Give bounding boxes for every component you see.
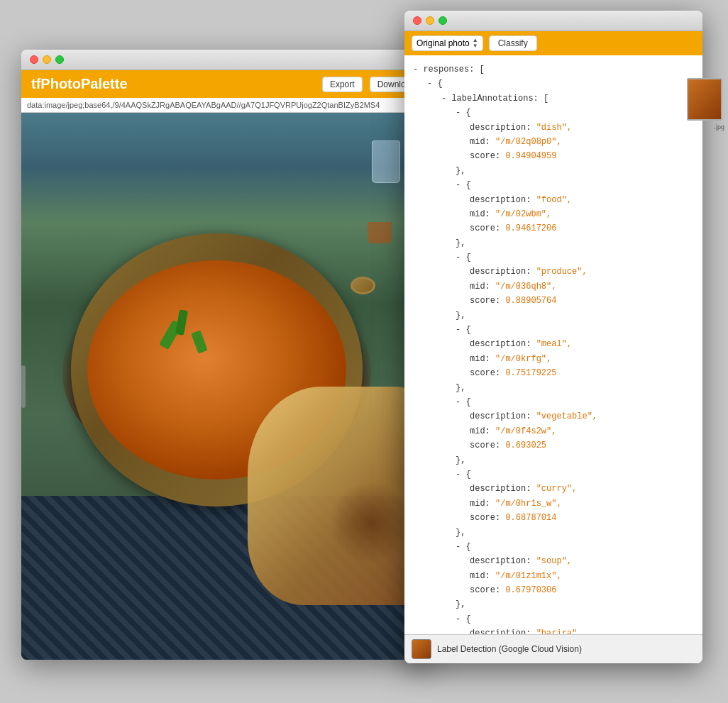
classify-button[interactable]: Classify: [489, 35, 537, 51]
app-header: tfPhotoPalette Export Download: [21, 70, 433, 98]
bowl-handle: [351, 277, 375, 294]
json-line: - {: [413, 467, 694, 482]
json-line: },: [413, 164, 694, 178]
json-line: },: [413, 526, 694, 540]
json-line: score: 0.94617206: [413, 221, 694, 236]
status-thumbnail: [412, 639, 431, 659]
json-line: score: 0.68787014: [413, 511, 694, 525]
json-line: score: 0.693025: [413, 438, 694, 453]
json-line: description: "harira",: [413, 626, 694, 634]
json-line: - {: [413, 395, 694, 409]
json-window: Original photo ▲ ▼ Classify - responses:…: [404, 11, 702, 663]
json-toolbar: Original photo ▲ ▼ Classify: [404, 31, 702, 55]
photo-select-label: Original photo: [417, 38, 470, 48]
json-line: mid: "/m/01z1m1x",: [413, 569, 694, 583]
glass-liquid: [368, 222, 392, 243]
json-line: description: "meal",: [413, 337, 694, 351]
glass: [372, 140, 400, 183]
json-line: mid: "/m/0f4s2w",: [413, 424, 694, 438]
json-line: mid: "/m/0hr1s_w",: [413, 497, 694, 511]
json-line: - responses: [: [413, 62, 694, 77]
json-titlebar: [404, 11, 702, 31]
side-thumbnail: [687, 78, 722, 121]
close-button[interactable]: [30, 55, 38, 64]
json-line: - {: [413, 540, 694, 554]
json-maximize-button[interactable]: [439, 16, 447, 25]
app-title: tfPhotoPalette: [31, 76, 315, 92]
json-statusbar: Label Detection (Google Cloud Vision): [404, 634, 702, 663]
main-image-area: [21, 113, 433, 660]
json-line: },: [413, 597, 694, 611]
export-button[interactable]: Export: [322, 77, 363, 92]
json-line: - {: [413, 612, 694, 626]
main-window: tfPhotoPalette Export Download data:imag…: [21, 50, 433, 660]
food-image: [21, 113, 433, 660]
json-line: score: 0.75179225: [413, 366, 694, 380]
json-line: },: [413, 309, 694, 323]
json-line: description: "dish",: [413, 121, 694, 135]
json-minimize-button[interactable]: [426, 16, 434, 25]
status-label: Label Detection (Google Cloud Vision): [437, 644, 582, 654]
json-line: mid: "/m/0krfg",: [413, 352, 694, 366]
json-line: mid: "/m/02q08p0",: [413, 135, 694, 149]
json-close-button[interactable]: [413, 16, 421, 25]
json-line: description: "soup",: [413, 554, 694, 568]
json-line: },: [413, 453, 694, 467]
json-line: score: 0.67970306: [413, 583, 694, 597]
json-line: - {: [413, 178, 694, 192]
json-line: - {: [413, 323, 694, 337]
maximize-button[interactable]: [55, 55, 64, 64]
json-line: mid: "/m/02wbm",: [413, 207, 694, 221]
json-line: description: "curry",: [413, 482, 694, 496]
main-titlebar: [21, 50, 433, 70]
json-line: - {: [413, 77, 694, 91]
minimize-button[interactable]: [43, 55, 51, 64]
json-line: description: "food",: [413, 193, 694, 207]
naan-spot-1: [330, 468, 412, 577]
json-line: },: [413, 236, 694, 250]
json-line: },: [413, 381, 694, 395]
json-line: score: 0.94904959: [413, 149, 694, 163]
json-line: description: "vegetable",: [413, 409, 694, 424]
dropdown-arrows: ▲ ▼: [473, 38, 478, 49]
json-line: mid: "/m/036qh8",: [413, 279, 694, 294]
scroll-indicator[interactable]: [21, 365, 26, 408]
json-line: score: 0.88905764: [413, 294, 694, 308]
photo-select-dropdown[interactable]: Original photo ▲ ▼: [412, 35, 483, 51]
side-thumb-label: .jpg: [714, 123, 724, 131]
json-line: - labelAnnotations: [: [413, 92, 694, 106]
json-line: description: "produce",: [413, 265, 694, 279]
url-bar[interactable]: data:image/jpeg;base64,/9/4AAQSkZJRgABAQ…: [21, 98, 433, 113]
json-line: - {: [413, 250, 694, 265]
json-body[interactable]: - responses: [- {- labelAnnotations: [- …: [404, 55, 702, 634]
json-line: - {: [413, 106, 694, 120]
